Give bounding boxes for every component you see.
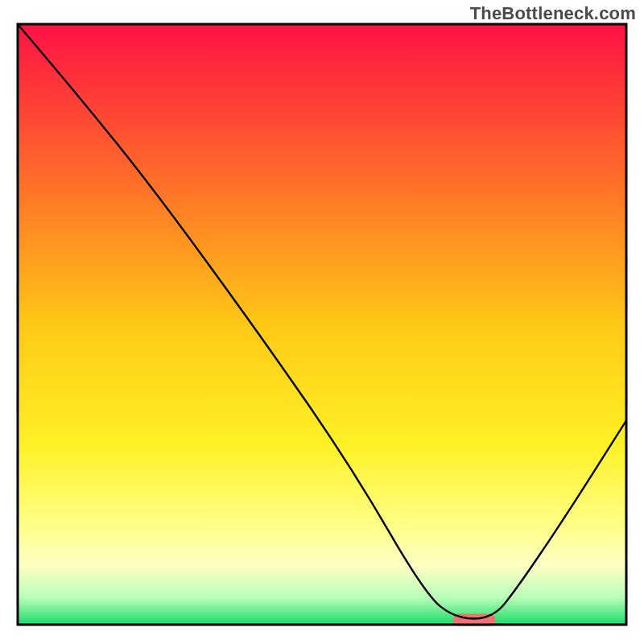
bottleneck-chart (0, 0, 644, 644)
plot-background (18, 24, 626, 625)
